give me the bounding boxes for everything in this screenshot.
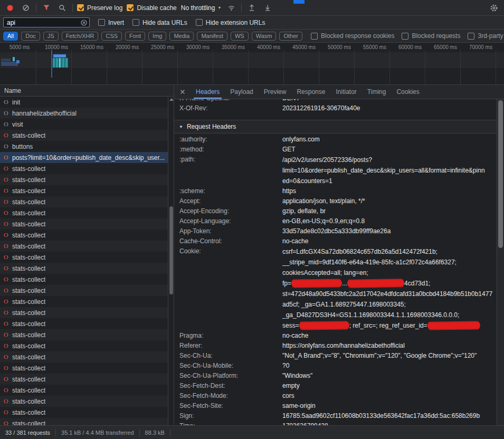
network-request-row[interactable]: stats-collect <box>0 207 174 218</box>
request-headers-section-header[interactable]: ▼Request Headers <box>174 120 497 133</box>
network-request-row[interactable]: stats-collect <box>0 362 174 374</box>
network-request-row[interactable]: init <box>0 97 174 108</box>
header-name: X-Frame-Options: <box>179 99 282 103</box>
gear-icon <box>490 4 498 12</box>
details-scrollbar[interactable] <box>497 99 504 425</box>
hide-data-urls-label: Hide data URLs <box>142 19 187 26</box>
tab-response[interactable]: Response <box>291 85 330 99</box>
checkbox-label: Blocked requests <box>412 32 460 40</box>
filter-input[interactable]: api <box>3 17 90 27</box>
filter-chip-fetch-xhr[interactable]: Fetch/XHR <box>62 32 99 41</box>
checkbox-label: 3rd-party requests <box>478 32 504 40</box>
filter-chip-media[interactable]: Media <box>169 32 194 41</box>
tab-cookies[interactable]: Cookies <box>391 85 424 99</box>
script-file-icon <box>3 276 9 282</box>
filter-chip-doc[interactable]: Doc <box>21 32 40 41</box>
timeline-gridline <box>177 50 178 84</box>
network-request-row[interactable]: stats-collect <box>0 174 174 185</box>
network-request-row[interactable]: stats-collect <box>0 263 174 274</box>
checkbox-blocked-response-cookies[interactable]: Blocked response cookies <box>311 32 394 40</box>
main-split: Name inithannahelizabethofficialvisitsta… <box>0 85 504 425</box>
network-request-row[interactable]: stats-collect <box>0 252 174 263</box>
network-request-row[interactable]: stats-collect <box>0 218 174 230</box>
filter-chip-other[interactable]: Other <box>279 32 302 41</box>
network-request-row[interactable]: stats-collect <box>0 130 174 141</box>
hide-extension-urls-checkbox[interactable]: Hide extension URLs <box>196 19 265 26</box>
network-request-row[interactable]: stats-collect <box>0 163 174 174</box>
checkbox-3rd-party-requests[interactable]: 3rd-party requests <box>468 32 504 40</box>
tab-payload[interactable]: Payload <box>225 85 258 99</box>
network-request-row[interactable]: stats-collect <box>0 196 174 207</box>
request-name: stats-collect <box>12 165 45 173</box>
network-request-row[interactable]: stats-collect <box>0 185 174 196</box>
disable-cache-checkbox[interactable]: Disable cache <box>127 4 176 12</box>
scrollbar-thumb[interactable] <box>169 206 173 294</box>
network-request-row[interactable]: stats-collect <box>0 340 174 351</box>
network-request-row[interactable]: stats-collect <box>0 285 174 296</box>
filter-chip-img[interactable]: Img <box>148 32 166 41</box>
search-button[interactable] <box>56 2 68 14</box>
header-value: 202312261916-30670fa40e <box>282 103 497 113</box>
request-name: init <box>12 99 20 106</box>
close-details-button[interactable] <box>174 89 191 95</box>
tab-preview[interactable]: Preview <box>259 85 292 99</box>
checkbox-blocked-requests[interactable]: Blocked requests <box>402 32 460 40</box>
network-request-row[interactable]: visit <box>0 119 174 130</box>
network-request-row[interactable]: buttons <box>0 141 174 152</box>
network-request-row[interactable]: stats-collect <box>0 230 174 241</box>
import-har-button[interactable] <box>246 2 258 14</box>
filter-chip-ws[interactable]: WS <box>231 32 249 41</box>
filter-toggle-button[interactable] <box>41 2 52 14</box>
network-request-row[interactable]: stats-collect <box>0 329 174 340</box>
clear-button[interactable] <box>20 2 32 14</box>
network-request-row[interactable]: stats-collect <box>0 418 174 425</box>
filter-chip-js[interactable]: JS <box>43 32 59 41</box>
scrollbar-thumb[interactable] <box>498 100 503 248</box>
timeline-gridline <box>142 50 142 84</box>
timeline-overview[interactable]: 5000 ms10000 ms15000 ms20000 ms25000 ms3… <box>0 43 504 85</box>
clear-filter-icon[interactable] <box>81 20 87 26</box>
scroll-up-arrow-icon[interactable] <box>169 98 174 101</box>
tab-headers[interactable]: Headers <box>191 85 225 99</box>
network-request-row[interactable]: stats-collect <box>0 385 174 396</box>
network-request-row[interactable]: stats-collect <box>0 241 174 252</box>
network-conditions-icon <box>227 4 235 11</box>
timeline-label: 40000 ms <box>257 44 280 50</box>
network-request-row[interactable]: stats-collect <box>0 274 174 285</box>
export-har-button[interactable] <box>262 2 273 14</box>
name-column-header[interactable]: Name <box>0 85 174 97</box>
preserve-log-checkbox[interactable]: Preserve log <box>77 4 122 12</box>
invert-checkbox[interactable]: Invert <box>98 19 124 26</box>
tab-timing[interactable]: Timing <box>362 85 392 99</box>
filter-chip-font[interactable]: Font <box>125 32 145 41</box>
network-request-row[interactable]: stats-collect <box>0 351 174 362</box>
timeline-gridline <box>354 50 355 84</box>
network-request-row[interactable]: stats-collect <box>0 374 174 385</box>
network-request-row[interactable]: stats-collect <box>0 396 174 407</box>
network-request-row[interactable]: posts?limit=10&order=publish_date_desc&s… <box>0 152 174 163</box>
settings-button[interactable] <box>488 2 500 14</box>
header-value: gzip, deflate, br <box>282 206 497 216</box>
filter-chip-all[interactable]: All <box>3 32 18 41</box>
filter-chip-css[interactable]: CSS <box>101 32 122 41</box>
filter-chip-wasm[interactable]: Wasm <box>252 32 277 41</box>
network-request-row[interactable]: stats-collect <box>0 307 174 318</box>
hide-data-urls-checkbox[interactable]: Hide data URLs <box>132 19 187 26</box>
network-request-row[interactable]: hannahelizabethofficial <box>0 108 174 119</box>
header-value: 1703636799438 <box>282 421 497 425</box>
network-request-row[interactable]: stats-collect <box>0 318 174 329</box>
request-list-scrollbar[interactable] <box>168 97 174 425</box>
header-name: Pragma: <box>179 331 282 341</box>
tab-initiator[interactable]: Initiator <box>330 85 362 99</box>
network-request-row[interactable]: stats-collect <box>0 407 174 418</box>
filter-input-value: api <box>7 19 79 26</box>
throttling-dropdown[interactable]: No throttling ▼ <box>181 4 222 12</box>
record-button[interactable] <box>4 2 16 14</box>
filter-chip-manifest[interactable]: Manifest <box>197 32 227 41</box>
network-conditions-button[interactable] <box>225 2 237 14</box>
network-request-row[interactable]: stats-collect <box>0 296 174 307</box>
header-value: GET <box>282 145 497 155</box>
request-name: stats-collect <box>12 221 45 228</box>
request-name: stats-collect <box>12 198 45 206</box>
record-icon <box>6 4 14 12</box>
